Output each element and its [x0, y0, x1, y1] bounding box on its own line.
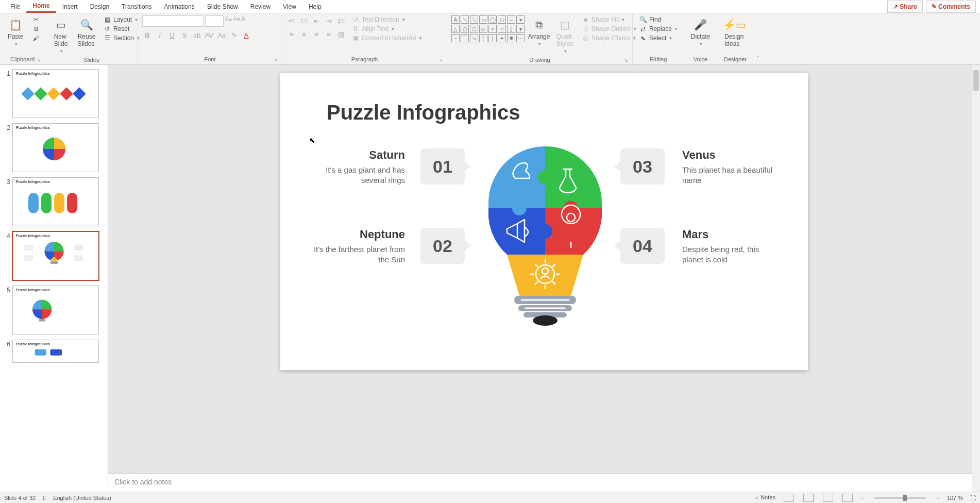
shape-fill-button[interactable]: ◆Shape Fill▾: [579, 15, 638, 24]
layout-button[interactable]: ▦Layout▾: [101, 15, 142, 24]
slide-thumbnail-4[interactable]: Puzzle Infographics: [12, 231, 99, 280]
badge-02[interactable]: 02: [420, 228, 465, 264]
tab-transitions[interactable]: Transitions: [115, 1, 158, 12]
line-spacing-button[interactable]: ‡≡: [336, 15, 346, 26]
clear-format-icon[interactable]: A̷: [241, 15, 245, 27]
quick-styles-button[interactable]: ◫ Quick Styles▾: [553, 15, 576, 56]
slide-title[interactable]: Puzzle Infographics: [327, 101, 520, 124]
new-slide-button[interactable]: ▭ New Slide▾: [49, 15, 72, 56]
clipboard-launcher-icon[interactable]: ↘: [37, 57, 41, 62]
tab-design[interactable]: Design: [84, 1, 115, 12]
convert-smartart-button[interactable]: ▣Convert to SmartArt▾: [349, 34, 424, 42]
badge-03[interactable]: 03: [620, 148, 665, 185]
highlight-button[interactable]: ✎: [229, 30, 239, 40]
decrease-indent-button[interactable]: ⇤: [311, 15, 322, 26]
shapes-gallery[interactable]: A＼＼▭◯◻→▾ △⬠⬡◇✧☆{▾ ~⌒∿(}✦✱⋯: [451, 15, 525, 42]
language-status[interactable]: English (United States): [53, 495, 111, 501]
slide-thumbnail-5[interactable]: Puzzle Infographics: [12, 286, 99, 334]
tab-animations[interactable]: Animations: [158, 1, 200, 12]
align-center-button[interactable]: ≡: [299, 29, 309, 39]
italic-button[interactable]: I: [155, 30, 165, 40]
zoom-level[interactable]: 107 %: [947, 495, 963, 501]
sorter-view-button[interactable]: [803, 494, 814, 502]
align-text-button[interactable]: ⇅Align Text▾: [349, 25, 424, 33]
numbering-button[interactable]: 1≡: [299, 15, 309, 26]
current-slide[interactable]: Puzzle Infographics Saturn It's a gas gi…: [280, 73, 808, 370]
notes-pane[interactable]: Click to add notes: [108, 473, 980, 492]
shape-outline-button[interactable]: ◇Shape Outline▾: [579, 25, 638, 33]
zoom-slider[interactable]: [874, 497, 926, 499]
info-mars[interactable]: Mars Despite being red, this planet is c…: [682, 228, 780, 265]
collapse-ribbon-icon[interactable]: ˄: [756, 55, 759, 62]
badge-04[interactable]: 04: [620, 228, 665, 264]
increase-indent-button[interactable]: ⇥: [324, 15, 334, 26]
select-button[interactable]: ⬉Select▾: [637, 34, 680, 42]
tab-help[interactable]: Help: [302, 1, 328, 12]
decrease-font-icon[interactable]: A▾: [233, 15, 240, 27]
find-button[interactable]: 🔍Find: [637, 15, 680, 24]
reading-view-button[interactable]: [823, 494, 833, 502]
fit-to-window-button[interactable]: ⛶: [970, 495, 976, 501]
scrollbar-thumb[interactable]: [973, 70, 979, 91]
slide-editor[interactable]: Puzzle Infographics Saturn It's a gas gi…: [108, 65, 980, 492]
info-saturn[interactable]: Saturn It's a gas giant and has several …: [307, 148, 405, 186]
bullets-button[interactable]: •≡: [286, 15, 297, 26]
tab-slideshow[interactable]: Slide Show: [201, 1, 244, 12]
dictate-button[interactable]: 🎤 Dictate▾: [688, 15, 713, 48]
paragraph-launcher-icon[interactable]: ↘: [438, 57, 443, 62]
badge-01[interactable]: 01: [420, 148, 465, 185]
design-ideas-button[interactable]: ⚡▭ Design Ideas: [721, 15, 747, 49]
bold-button[interactable]: B: [142, 30, 153, 40]
align-left-button[interactable]: ≡: [286, 29, 297, 39]
copy-button[interactable]: ⧉: [30, 25, 42, 33]
increase-font-icon[interactable]: A▴: [225, 15, 232, 27]
char-spacing-button[interactable]: AV: [204, 30, 214, 40]
font-color-button[interactable]: A: [241, 30, 251, 40]
slide-thumbnail-1[interactable]: Puzzle Infographics: [12, 69, 99, 118]
font-size-input[interactable]: [205, 15, 224, 27]
columns-button[interactable]: ▥: [336, 29, 346, 39]
lightbulb-puzzle-graphic[interactable]: [488, 146, 602, 337]
font-launcher-icon[interactable]: ↘: [274, 57, 278, 62]
slide-thumbnail-3[interactable]: Puzzle Infographics: [12, 177, 99, 226]
drawing-launcher-icon[interactable]: ↘: [624, 58, 628, 63]
shapes-more-icon[interactable]: ⋯: [516, 34, 525, 42]
cut-button[interactable]: ✂: [30, 15, 42, 24]
accessibility-icon[interactable]: ▯: [43, 494, 46, 501]
change-case-button[interactable]: Aa: [216, 30, 227, 40]
font-name-input[interactable]: [142, 15, 204, 27]
shadow-button[interactable]: ab: [192, 30, 202, 40]
zoom-in-button[interactable]: +: [936, 495, 939, 501]
tab-insert[interactable]: Insert: [56, 1, 84, 12]
arrange-button[interactable]: ⧉ Arrange▾: [528, 15, 550, 48]
text-direction-button[interactable]: ↕AText Direction▾: [349, 15, 424, 24]
reset-button[interactable]: ↺Reset: [101, 25, 142, 33]
replace-button[interactable]: ⇄Replace▾: [637, 25, 680, 33]
paste-button[interactable]: 📋 Paste▾: [4, 15, 27, 48]
info-venus[interactable]: Venus This planet has a beautiful name: [682, 148, 780, 186]
zoom-out-button[interactable]: −: [861, 495, 864, 501]
slide-thumbnails-panel[interactable]: 1 Puzzle Infographics 2 Puzzle Infograph…: [0, 65, 108, 492]
underline-button[interactable]: U: [167, 30, 177, 40]
reuse-slides-button[interactable]: 🔍 Reuse Slides: [75, 15, 98, 49]
tab-review[interactable]: Review: [244, 1, 277, 12]
zoom-handle[interactable]: [903, 495, 907, 501]
format-painter-button[interactable]: 🖌: [30, 34, 42, 42]
comments-button[interactable]: ✎ Comments: [926, 1, 976, 13]
normal-view-button[interactable]: [784, 494, 794, 502]
justify-button[interactable]: ≡: [324, 29, 334, 39]
info-neptune[interactable]: Neptune It's the farthest planet from th…: [307, 228, 405, 265]
align-right-button[interactable]: ≡: [311, 29, 322, 39]
section-button[interactable]: ☰Section▾: [101, 34, 142, 42]
vertical-scrollbar[interactable]: [972, 65, 980, 492]
slide-thumbnail-6[interactable]: Puzzle Infographics: [12, 340, 99, 363]
shape-effects-button[interactable]: ◎Shape Effects▾: [579, 34, 638, 42]
slide-thumbnail-2[interactable]: Puzzle Infographics: [12, 123, 99, 172]
share-button[interactable]: ↗ Share: [887, 1, 923, 13]
tab-view[interactable]: View: [277, 1, 302, 12]
slideshow-view-button[interactable]: [842, 494, 853, 502]
shape-textbox-icon[interactable]: A: [451, 15, 460, 24]
strike-button[interactable]: S: [179, 30, 190, 40]
notes-toggle[interactable]: ≐ Notes: [754, 494, 775, 501]
tab-file[interactable]: File: [4, 1, 26, 12]
